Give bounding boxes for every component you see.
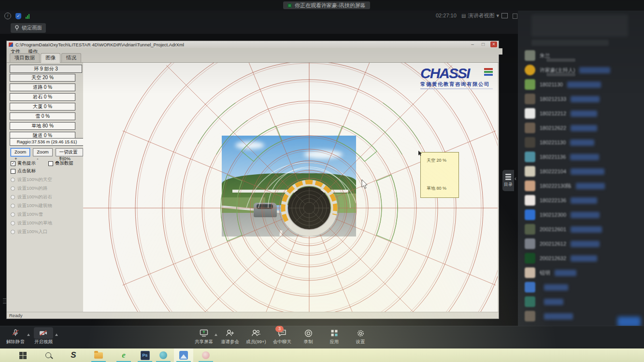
tunnel-photo [222, 136, 356, 237]
radio-label: 设置100%的路 [17, 185, 47, 192]
sidebar-header-blurred [531, 40, 609, 46]
app-title-bar[interactable]: C:\ProgramData\OxyTech\LITESTAR 4D\WORKD… [7, 41, 499, 48]
yellow-hint-checkbox[interactable]: ✓ 黄色提示 [11, 160, 36, 167]
avatar [525, 94, 535, 104]
minimize-button[interactable]: – [469, 42, 476, 47]
participant-row[interactable]: 180212212 [518, 106, 644, 121]
lock-screen-button[interactable]: 锁定画面 [11, 23, 46, 33]
banner-menu-icon[interactable]: ≡ [359, 2, 363, 8]
search-icon [45, 352, 51, 358]
taskbar-qq[interactable] [154, 348, 173, 362]
participant-row[interactable]: 180222130陈 [518, 179, 644, 193]
participant-row[interactable] [518, 294, 644, 309]
participant-row[interactable]: 190212300 [518, 208, 644, 222]
participant-row[interactable]: 许家豪(主持人) [518, 63, 644, 77]
tab-situation[interactable]: 情况 [61, 53, 81, 62]
tooltip-sky: 天空 20 % [427, 157, 446, 164]
set-100-radio[interactable]: 设置100%雪 [11, 211, 52, 218]
share-screen-button[interactable]: 共享屏幕 [191, 329, 216, 345]
taskbar-meeting-app[interactable] [174, 348, 193, 362]
participant-row[interactable]: 180212622 [518, 121, 644, 135]
mic-off-icon [12, 329, 19, 337]
zoom-in-button[interactable]: Zoom + [11, 148, 30, 156]
segment-button[interactable]: 大厦 0 % [10, 103, 75, 111]
chassi-logo: CHASSI 常德黄伦教育咨询有限公司 [420, 67, 496, 89]
meeting-status-icons: i ✓ [4, 13, 29, 19]
start-video-button[interactable]: 开启视频 [31, 329, 56, 345]
zoom-out-button[interactable]: Zoom - [33, 148, 52, 156]
participant-row[interactable]: 钮明 [518, 265, 644, 280]
avatar [525, 50, 535, 61]
segment-button[interactable]: 道路 0 % [10, 84, 75, 91]
segment-button[interactable]: 雪 0 % [10, 112, 75, 120]
participant-row[interactable]: 200212612 [518, 237, 644, 251]
set-100-radio[interactable]: 设置100%的草地 [11, 220, 52, 226]
catalog-label: 目录 [504, 181, 513, 188]
invite-button[interactable]: 邀请参会 [217, 329, 243, 345]
taskbar-sogou[interactable]: S [64, 348, 83, 362]
share-screen-label: 共享屏幕 [195, 339, 213, 345]
maximize-button[interactable]: □ [480, 42, 487, 47]
tunnel-canvas[interactable]: 天空 20 % 草地 80 % [83, 63, 498, 312]
tab-image[interactable]: 图像 [41, 53, 60, 63]
avatar [525, 253, 535, 264]
avatar [525, 296, 535, 307]
participant-row[interactable]: 200212632 [518, 251, 644, 265]
set-100-radio[interactable]: 设置100%建筑物 [11, 203, 52, 209]
members-button[interactable]: 成员(99+) [243, 329, 269, 345]
segment-button[interactable]: 岩石 0 % [10, 93, 75, 101]
tooltip-cursor-icon [418, 151, 423, 156]
catalog-collapse-tab[interactable]: 目录 [502, 170, 514, 191]
record-button[interactable]: 录制 [296, 329, 321, 345]
radio-icon [11, 204, 15, 208]
participants-sidebar: 朱兰 许家豪(主持人) 18021130 [518, 11, 644, 327]
fullscreen-icon[interactable] [501, 13, 508, 18]
participant-row[interactable]: 200212601 [518, 222, 644, 237]
info-icon[interactable]: i [4, 13, 11, 19]
participant-row[interactable]: 18021130 [518, 77, 644, 92]
set-100-radio[interactable]: 设置100%的路 [11, 185, 52, 192]
participant-row[interactable]: 180221136 [518, 150, 644, 164]
start-button[interactable] [13, 348, 32, 362]
click-mouse-checkbox[interactable]: 点击鼠标 [11, 168, 36, 174]
taskbar-pink-app[interactable] [196, 348, 215, 362]
taskbar-photoshop[interactable]: Ps [135, 348, 155, 362]
set-100-radio[interactable]: 设置100%的天空 [11, 177, 52, 183]
participant-row[interactable]: 180221130 [518, 135, 644, 150]
video-options-caret[interactable] [55, 334, 58, 336]
settings-icon [357, 329, 365, 337]
taskbar-search[interactable] [39, 348, 58, 362]
participant-row[interactable] [518, 280, 644, 294]
participant-row[interactable]: 180222136 [518, 193, 644, 208]
mic-options-caret[interactable] [27, 334, 30, 336]
unmute-button[interactable]: 解除静音 [3, 329, 28, 345]
shield-icon[interactable]: ✓ [15, 13, 21, 19]
close-button[interactable]: × [490, 42, 497, 47]
set-100-radio-list: 设置100%的天空 设置100%的路 设置100%的岩石 [11, 177, 52, 235]
participant-row[interactable]: 朱兰 [518, 48, 644, 63]
segment-button[interactable]: 草地 80 % [10, 122, 75, 130]
checkbox-checked-icon: ✓ [11, 161, 15, 166]
participant-row[interactable]: 180212133 [518, 92, 644, 106]
window-mode-icon[interactable] [513, 14, 517, 19]
participant-name-blur [571, 168, 604, 175]
radio-label: 设置100%雪 [17, 211, 43, 218]
record-icon [304, 329, 313, 337]
chat-button[interactable]: 3 会中聊天 [270, 329, 295, 345]
ring-segment-label[interactable]: 环 9 部分 3 [10, 65, 82, 73]
settings-button[interactable]: 设置 [348, 329, 373, 345]
set-100-radio[interactable]: 设置100%的岩石 [11, 194, 52, 200]
taskbar-explorer[interactable] [89, 348, 108, 362]
share-screen-icon [200, 329, 208, 337]
apps-button[interactable]: 应用 [322, 329, 347, 345]
tab-project-data[interactable]: 项目数据 [10, 53, 40, 62]
chevron-left-icon[interactable]: ‹ [515, 175, 516, 182]
segment-button[interactable]: 天空 20 % [10, 74, 75, 82]
reset-all-button[interactable]: 一切设置到0% [56, 148, 83, 156]
participant-row[interactable]: 180222104 [518, 164, 644, 179]
overlay-data-checkbox[interactable]: 叠加数据 [48, 160, 73, 167]
view-mode-selector[interactable]: ▤ 演讲者视图 ▾ [461, 12, 499, 19]
set-100-radio[interactable]: 设置100%入口 [11, 229, 52, 235]
taskbar-browser-green[interactable]: e [114, 348, 133, 362]
watching-banner[interactable]: 你正在观看许家豪-讯技的屏幕 [283, 1, 370, 9]
